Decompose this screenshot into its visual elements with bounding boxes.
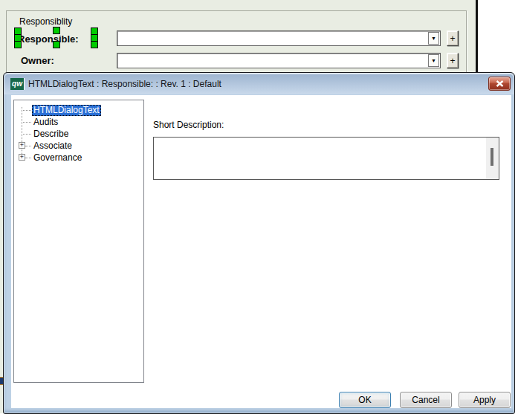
selection-handle[interactable] [53,41,60,48]
responsibility-groupbox-label: Responsiblity [17,16,74,27]
tree-item-governance[interactable]: Governance [32,152,83,164]
tree-row: HTMLDialogText [14,104,143,116]
cancel-button[interactable]: Cancel [400,392,452,408]
app-icon[interactable]: qw [10,78,24,90]
tree-view: HTMLDialogText Audits Describe + Associa… [13,100,144,383]
dropdown-arrow-glyph: ▼ [431,36,436,41]
dialog-client-area: HTMLDialogText Audits Describe + Associa… [11,95,511,408]
tree-row: Describe [14,128,143,140]
tree-item-describe[interactable]: Describe [32,129,70,140]
tree-row: Audits [14,116,143,128]
tree-row: + Governance [14,152,143,164]
tree-row: + Associate [14,140,143,152]
close-icon [496,80,504,87]
dropdown-arrow-icon[interactable]: ▼ [428,32,439,45]
title-bar[interactable]: qw HTMLDialogText : Responsible: : Rev. … [4,74,514,94]
owner-add-button[interactable]: + [447,53,459,68]
screen: Responsiblity Responsible: Owner: ▼ + ▼ … [0,0,518,420]
responsible-label: Responsible: [18,33,79,45]
vertical-scrollbar[interactable] [486,138,499,179]
tree-item-associate[interactable]: Associate [32,140,74,152]
owner-label: Owner: [21,55,54,66]
tree-item-audits[interactable]: Audits [32,117,59,128]
tree-branch-line [25,146,31,146]
tree-branch-line [22,134,31,135]
tree-branch-line [22,122,31,123]
short-description-label: Short Description: [153,120,224,130]
dropdown-arrow-icon[interactable]: ▼ [428,54,439,67]
responsible-combobox[interactable]: ▼ [117,30,441,46]
dialog-title: HTMLDialogText : Responsible: : Rev. 1 :… [28,74,221,94]
tree-item-htmldialogtext[interactable]: HTMLDialogText [32,105,101,116]
selection-handle[interactable] [91,41,98,48]
tree-branch-line [22,110,31,111]
owner-combobox[interactable]: ▼ [117,53,441,68]
short-description-input[interactable] [154,138,486,179]
apply-button[interactable]: Apply [459,392,511,408]
short-description-field[interactable] [153,137,499,180]
scrollbar-thumb[interactable] [491,148,493,166]
dropdown-arrow-glyph: ▼ [431,58,436,63]
close-button[interactable] [488,77,511,91]
selection-handle[interactable] [53,27,60,34]
expand-plus-icon[interactable]: + [19,154,25,161]
dialog-window: qw HTMLDialogText : Responsible: : Rev. … [3,72,515,414]
tree-branch-line [25,158,31,158]
selection-handle[interactable] [14,41,22,48]
expand-plus-icon[interactable]: + [19,142,25,149]
ok-button[interactable]: OK [339,392,391,408]
responsible-add-button[interactable]: + [447,30,459,46]
